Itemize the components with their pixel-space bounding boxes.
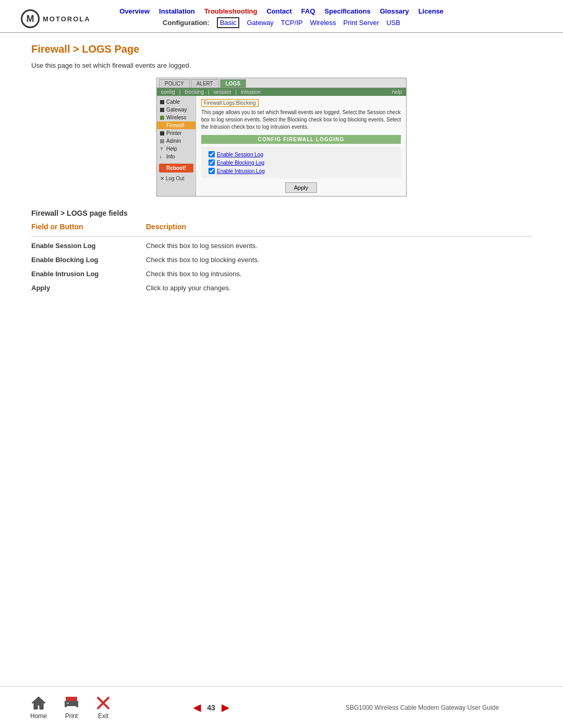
sidebar-admin[interactable]: Admin [157, 137, 195, 145]
sidebar-prefix-help: ? [160, 146, 164, 152]
page-number: 43 [207, 704, 215, 712]
sidebar-dot-firewall [160, 124, 164, 128]
screen-body: Cable Gateway Wireless Firewall [157, 96, 406, 196]
subnav-sep2: | [208, 89, 210, 95]
apply-button-area: Apply [201, 182, 401, 193]
config-basic[interactable]: Basic [217, 17, 240, 28]
subnav-intrusion[interactable]: intrusion [241, 89, 261, 95]
config-tcpip[interactable]: TCP/IP [281, 19, 303, 27]
reboot-button[interactable]: Reboot! [159, 164, 193, 172]
page-header: M MOTOROLA Overview Installation Trouble… [0, 0, 563, 33]
nav-license[interactable]: License [418, 7, 443, 15]
print-button[interactable]: Print [63, 696, 80, 720]
page-description: Use this page to set which firewall even… [31, 61, 532, 69]
config-nav: Configuration: Basic Gateway TCP/IP Wire… [163, 17, 400, 28]
screenshot-container: POLICY ALERT LOGS config | blocking | se… [31, 78, 532, 196]
svg-rect-4 [67, 702, 69, 704]
subnav-session[interactable]: session [214, 89, 231, 95]
sidebar-dot-admin [160, 139, 164, 143]
logout-button[interactable]: ✕ Log Out [157, 175, 195, 182]
exit-icon [96, 696, 111, 710]
motorola-text: MOTOROLA [43, 15, 91, 23]
fields-section-title: Firewall > LOGS page fields [31, 209, 532, 217]
nav-troubleshooting[interactable]: Troubleshooting [204, 7, 258, 15]
motorola-icon: M [21, 9, 40, 28]
sidebar-firewall[interactable]: Firewall [157, 121, 195, 129]
subnav-sep3: | [236, 89, 237, 95]
sidebar-dot-cable [160, 100, 164, 104]
checkbox-intrusion[interactable]: Enable Intrusion Log [206, 167, 396, 175]
print-label: Print [65, 712, 78, 720]
field-desc-blocking: Check this box to log blocking events. [146, 256, 260, 264]
sidebar-cable[interactable]: Cable [157, 98, 195, 106]
field-row-session: Enable Session Log Check this box to log… [31, 242, 532, 250]
field-row-apply: Apply Click to apply your changes. [31, 284, 532, 292]
print-icon [63, 696, 80, 710]
apply-button[interactable]: Apply [285, 182, 317, 193]
screen-subnav: config | blocking | session | intrusion … [157, 88, 406, 96]
home-icon [31, 696, 46, 710]
logo-area: M MOTOROLA [21, 9, 91, 28]
subnav-sep1: | [179, 89, 181, 95]
nav-installation[interactable]: Installation [159, 7, 195, 15]
screen-breadcrumb: Firewall:Logs:Blocking [201, 99, 259, 107]
screenshot-frame: POLICY ALERT LOGS config | blocking | se… [156, 78, 407, 196]
subnav-help[interactable]: help [392, 89, 402, 95]
divider [31, 236, 532, 237]
nav-faq[interactable]: FAQ [301, 7, 315, 15]
nav-specifications[interactable]: Specifications [325, 7, 371, 15]
prev-page-button[interactable]: ◀ [193, 702, 201, 713]
sidebar-wireless[interactable]: Wireless [157, 114, 195, 121]
field-desc-intrusion: Check this box to log intrusions. [146, 270, 242, 278]
footer-doc-title: SBG1000 Wireless Cable Modem Gateway Use… [282, 704, 563, 711]
checkbox-session[interactable]: Enable Session Log [206, 150, 396, 158]
sidebar-prefix-info: i [160, 154, 164, 159]
screen-tabs: POLICY ALERT LOGS [157, 78, 406, 88]
svg-marker-0 [32, 697, 45, 709]
footer-page-nav: ◀ 43 ▶ [141, 702, 282, 713]
motorola-logo: M MOTOROLA [21, 9, 91, 28]
field-desc-apply: Click to apply your changes. [146, 284, 231, 292]
checkbox-intrusion-input[interactable] [209, 168, 215, 174]
subnav-config[interactable]: config [161, 89, 175, 95]
next-page-button[interactable]: ▶ [222, 702, 229, 713]
checkbox-session-input[interactable] [209, 151, 215, 157]
sidebar-help[interactable]: ? Help [157, 145, 195, 153]
main-content: Firewall > LOGS Page Use this page to se… [0, 33, 563, 309]
config-wireless[interactable]: Wireless [310, 19, 336, 27]
field-row-intrusion: Enable Intrusion Log Check this box to l… [31, 270, 532, 278]
nav-glossary[interactable]: Glossary [380, 7, 409, 15]
config-section-title: Config Firewall Logging [201, 135, 401, 144]
col2-header: Description [146, 223, 186, 231]
exit-label: Exit [98, 712, 108, 720]
exit-button[interactable]: Exit [96, 696, 111, 720]
config-label: Configuration: [163, 19, 210, 27]
field-name-apply: Apply [31, 284, 125, 292]
footer-nav-buttons: Home Print Exit [0, 696, 141, 720]
logout-icon: ✕ [160, 176, 164, 181]
sidebar-printer[interactable]: Printer [157, 129, 195, 137]
screen-tab-alert[interactable]: ALERT [191, 79, 219, 88]
screen-tab-logs[interactable]: LOGS [220, 79, 246, 88]
nav-contact[interactable]: Contact [266, 7, 291, 15]
config-gateway[interactable]: Gateway [247, 19, 273, 27]
sidebar-info[interactable]: i Info [157, 153, 195, 161]
home-button[interactable]: Home [30, 696, 47, 720]
nav-overview[interactable]: Overview [119, 7, 150, 15]
config-printserver[interactable]: Print Server [344, 19, 380, 27]
sidebar-gateway[interactable]: Gateway [157, 106, 195, 114]
screen-tab-policy[interactable]: POLICY [159, 79, 190, 88]
page-title: Firewall > LOGS Page [31, 43, 532, 55]
sidebar-dot-printer [160, 131, 164, 135]
field-name-blocking: Enable Blocking Log [31, 256, 125, 264]
field-name-session: Enable Session Log [31, 242, 125, 250]
checkbox-blocking[interactable]: Enable Blocking Log [206, 158, 396, 167]
fields-header: Field or Button Description [31, 223, 532, 232]
checkbox-blocking-input[interactable] [209, 159, 215, 166]
subnav-blocking[interactable]: blocking [185, 89, 204, 95]
page-footer: Home Print Exit ◀ 43 ▶ SBG1000 Wireless … [0, 686, 563, 728]
config-usb[interactable]: USB [386, 19, 400, 27]
home-label: Home [30, 712, 47, 720]
col1-header: Field or Button [31, 223, 125, 231]
svg-rect-3 [67, 706, 76, 709]
